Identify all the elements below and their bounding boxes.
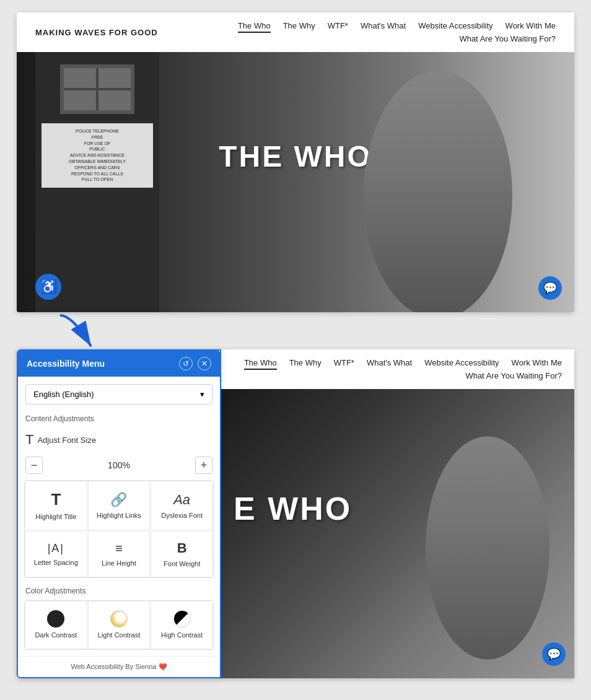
window-pane-3 bbox=[64, 90, 96, 110]
language-selector[interactable]: English (English) ▾ bbox=[25, 384, 212, 405]
police-box-window bbox=[60, 64, 134, 114]
window-pane-4 bbox=[98, 90, 131, 110]
chat-icon-top: 💬 bbox=[543, 281, 557, 295]
hero-image-bottom: E WHO 💬 bbox=[221, 389, 574, 678]
bottom-website-panel: The Who The Why WTF* What's What Website… bbox=[221, 349, 574, 678]
bottom-nav-website-accessibility[interactable]: Website Accessibility bbox=[424, 358, 499, 370]
arrow-container bbox=[17, 312, 574, 349]
font-size-row: − 100% + bbox=[18, 454, 220, 480]
light-contrast-icon bbox=[110, 610, 128, 628]
heart-icon: ❤️ bbox=[159, 663, 167, 670]
bottom-nav-the-who[interactable]: The Who bbox=[244, 358, 277, 370]
window-pane-1 bbox=[64, 68, 96, 88]
chat-icon-bottom: 💬 bbox=[547, 647, 561, 661]
accessibility-button-top[interactable]: ♿ bbox=[35, 274, 61, 300]
highlight-title-icon: T bbox=[51, 490, 61, 509]
font-size-label: Adjust Font Size bbox=[37, 435, 96, 445]
line-height-label: Line Height bbox=[102, 559, 136, 567]
content-adjustments-label: Content Adjustments bbox=[18, 412, 220, 428]
font-size-decrease[interactable]: − bbox=[25, 457, 43, 474]
font-weight-label: Font Weight bbox=[164, 560, 200, 568]
site-logo: MAKING WAVES FOR GOOD bbox=[35, 28, 158, 37]
highlight-title-label: Highlight Title bbox=[35, 513, 76, 521]
menu-header-icons: ↺ ✕ bbox=[179, 357, 211, 370]
arrow-down-right bbox=[54, 312, 134, 349]
high-contrast-icon bbox=[173, 610, 191, 628]
bottom-nav-row-2: What Are You Waiting For? bbox=[465, 371, 562, 380]
dark-contrast-icon bbox=[47, 610, 64, 628]
font-size-icon: T bbox=[25, 432, 33, 448]
option-line-height[interactable]: ≡ Line Height bbox=[88, 531, 151, 577]
option-dyslexia-font[interactable]: Aa Dyslexia Font bbox=[151, 481, 213, 530]
reset-icon: ↺ bbox=[183, 359, 189, 368]
option-letter-spacing[interactable]: |A| Letter Spacing bbox=[25, 531, 87, 577]
nav-whats-what[interactable]: What's What bbox=[361, 21, 406, 33]
footer-text: Web Accessibility By Sienna bbox=[71, 663, 158, 670]
hero-title-top: THE WHO bbox=[219, 139, 372, 173]
bottom-nav-wtf[interactable]: WTF* bbox=[334, 358, 354, 370]
bottom-nav-waiting-for[interactable]: What Are You Waiting For? bbox=[465, 371, 562, 380]
chevron-down-icon: ▾ bbox=[200, 390, 204, 399]
font-size-increase[interactable]: + bbox=[195, 457, 212, 474]
nav-row-2: What Are You Waiting For? bbox=[459, 34, 556, 43]
nav-the-why[interactable]: The Why bbox=[283, 21, 315, 33]
letter-spacing-icon: |A| bbox=[48, 542, 64, 555]
option-light-contrast[interactable]: Light Contrast bbox=[88, 601, 151, 649]
color-adjustments-label: Color Adjustments bbox=[18, 584, 220, 600]
close-button[interactable]: ✕ bbox=[198, 357, 211, 370]
chat-button-bottom[interactable]: 💬 bbox=[542, 642, 566, 666]
bottom-nav-whats-what[interactable]: What's What bbox=[367, 358, 412, 370]
bottom-site-nav: The Who The Why WTF* What's What Website… bbox=[221, 349, 574, 389]
window-pane-2 bbox=[98, 68, 131, 88]
hero-image-top: POLICE TELEPHONEFREEFOR USE OFPUBLICADVI… bbox=[17, 52, 574, 312]
bottom-nav-row-1: The Who The Why WTF* What's What Website… bbox=[244, 358, 562, 370]
bottom-nav-work-with-me[interactable]: Work With Me bbox=[512, 358, 562, 370]
accessibility-icon-top: ♿ bbox=[40, 279, 57, 295]
close-icon: ✕ bbox=[201, 359, 208, 368]
top-website-panel: MAKING WAVES FOR GOOD The Who The Why WT… bbox=[17, 12, 574, 312]
option-highlight-title[interactable]: T Highlight Title bbox=[25, 481, 87, 530]
option-dark-contrast[interactable]: Dark Contrast bbox=[25, 601, 87, 649]
chat-button-top[interactable]: 💬 bbox=[538, 276, 562, 300]
menu-title: Accessibility Menu bbox=[27, 359, 105, 369]
font-size-control: T Adjust Font Size bbox=[18, 428, 220, 454]
police-sign: POLICE TELEPHONEFREEFOR USE OFPUBLICADVI… bbox=[42, 123, 153, 188]
footer-attribution: Web Accessibility By Sienna ❤️ bbox=[18, 656, 220, 677]
nav-website-accessibility[interactable]: Website Accessibility bbox=[418, 21, 492, 33]
language-value: English (English) bbox=[33, 390, 94, 399]
nav-wtf[interactable]: WTF* bbox=[328, 21, 348, 33]
letter-spacing-label: Letter Spacing bbox=[34, 559, 78, 567]
reset-button[interactable]: ↺ bbox=[179, 357, 193, 370]
option-high-contrast[interactable]: High Contrast bbox=[151, 601, 213, 649]
option-highlight-links[interactable]: 🔗 Highlight Links bbox=[88, 481, 151, 530]
dark-contrast-label: Dark Contrast bbox=[35, 631, 77, 639]
accessibility-menu: Accessibility Menu ↺ ✕ English (English)… bbox=[17, 349, 221, 678]
hero-title-bottom: E WHO bbox=[234, 490, 352, 527]
font-weight-icon: B bbox=[177, 540, 187, 556]
content-options-grid: T Highlight Title 🔗 Highlight Links Aa D… bbox=[24, 480, 214, 578]
dyslexia-font-label: Dyslexia Font bbox=[161, 512, 203, 520]
highlight-links-label: Highlight Links bbox=[97, 512, 141, 520]
light-contrast-label: Light Contrast bbox=[98, 631, 140, 639]
person-silhouette-bottom bbox=[413, 389, 562, 678]
menu-header: Accessibility Menu ↺ ✕ bbox=[18, 351, 220, 377]
bottom-section: Accessibility Menu ↺ ✕ English (English)… bbox=[17, 349, 574, 678]
font-size-value: 100% bbox=[108, 460, 130, 470]
nav-row-1: The Who The Why WTF* What's What Website… bbox=[238, 21, 556, 33]
police-box: POLICE TELEPHONEFREEFOR USE OFPUBLICADVI… bbox=[35, 52, 159, 312]
option-font-weight[interactable]: B Font Weight bbox=[151, 531, 213, 577]
dyslexia-font-icon: Aa bbox=[173, 492, 190, 508]
bottom-nav-the-why[interactable]: The Why bbox=[289, 358, 322, 370]
nav-work-with-me[interactable]: Work With Me bbox=[506, 21, 556, 33]
high-contrast-label: High Contrast bbox=[161, 631, 203, 639]
highlight-links-icon: 🔗 bbox=[110, 492, 127, 508]
top-site-nav: MAKING WAVES FOR GOOD The Who The Why WT… bbox=[17, 12, 574, 52]
line-height-icon: ≡ bbox=[115, 541, 123, 556]
nav-waiting-for[interactable]: What Are You Waiting For? bbox=[459, 34, 556, 43]
color-options-grid: Dark Contrast Light Contrast High Contra… bbox=[24, 600, 214, 649]
nav-the-who[interactable]: The Who bbox=[238, 21, 271, 33]
